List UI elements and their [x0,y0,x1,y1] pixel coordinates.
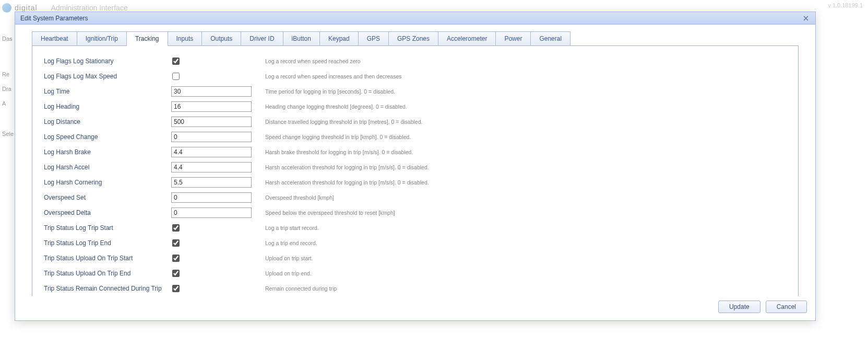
param-label: Log Harsh Brake [44,148,171,156]
param-row: Trip Status Remain Connected During Trip… [44,281,787,296]
version-label: v 1.0.18199.1 [828,2,863,8]
dialog-title: Edit System Parameters [20,15,88,22]
param-hint: Upload on trip end. [265,270,787,276]
brand-logo-icon [2,3,11,13]
param-text-input[interactable] [171,192,252,203]
tab-heartbeat[interactable]: Heartbeat [32,31,77,46]
param-hint: Speed below the overspeed threshold to r… [265,210,787,216]
param-label: Trip Status Upload On Trip End [44,270,171,277]
param-hint: Speed change logging threshold in trip [… [265,134,787,140]
param-label: Log Harsh Accel [44,164,171,171]
param-input-wrap [171,285,265,292]
param-checkbox[interactable] [172,224,180,232]
param-hint: Log a record when speed increases and th… [265,73,787,79]
param-text-input[interactable] [171,101,252,112]
tab-gps[interactable]: GPS [359,31,389,46]
param-row: Log Harsh CorneringHarsh acceleration th… [44,175,787,190]
param-text-input[interactable] [171,132,252,142]
tab-tracking[interactable]: Tracking [127,31,168,46]
tab-general[interactable]: General [531,31,570,46]
param-row: Log TimeTime period for logging in trip … [44,84,787,99]
param-row: Log Flags Log StationaryLog a record whe… [44,53,787,68]
bg-sidebar-item: A [0,96,15,111]
page-subtitle: Administration Interface [51,4,128,12]
param-label: Overspeed Set [44,194,171,201]
param-label: Overspeed Delta [44,209,171,216]
param-row: Trip Status Log Trip EndLog a trip end r… [44,235,787,250]
tracking-panel: Log Flags Log StationaryLog a record whe… [32,45,799,296]
param-checkbox[interactable] [172,270,180,277]
param-input-wrap [171,239,265,247]
param-hint: Time period for logging in trip [seconds… [265,88,787,95]
param-text-input[interactable] [171,162,252,172]
dialog-titlebar: Edit System Parameters [15,12,815,25]
param-text-input[interactable] [171,117,252,127]
bg-sidebar-item: Re [0,67,15,82]
param-text-input[interactable] [171,147,252,157]
tab-accelerometer[interactable]: Accelerometer [438,31,496,46]
edit-system-parameters-dialog: Edit System Parameters Heartbeat Ignitio… [15,11,816,321]
param-label: Log Speed Change [44,133,171,141]
update-button[interactable]: Update [718,301,760,313]
param-label: Log Distance [44,118,171,125]
param-row: Log Flags Log Max SpeedLog a record when… [44,68,787,84]
param-text-input[interactable] [171,177,252,188]
param-label: Trip Status Remain Connected During Trip [44,285,171,292]
tab-keypad[interactable]: Keypad [320,31,359,46]
bg-sidebar: Das Re Dra A Sele [0,31,15,346]
param-text-input[interactable] [171,86,252,97]
param-input-wrap [171,132,265,142]
tab-inputs[interactable]: Inputs [168,31,203,46]
param-checkbox[interactable] [172,73,180,80]
param-row: Overspeed SetOverspeed threshold [kmph] [44,190,787,205]
param-label: Log Heading [44,103,171,110]
param-text-input[interactable] [171,207,252,218]
param-hint: Harsh brake threshold for logging in tri… [265,149,787,155]
param-label: Trip Status Log Trip End [44,239,171,247]
param-input-wrap [171,162,265,172]
param-input-wrap [171,73,265,80]
param-row: Trip Status Log Trip StartLog a trip sta… [44,220,787,235]
param-hint: Remain connected during trip [265,285,787,292]
param-label: Log Harsh Cornering [44,179,171,186]
close-icon[interactable] [802,14,810,22]
param-input-wrap [171,86,265,97]
param-input-wrap [171,270,265,277]
dialog-footer: Update Cancel [15,296,815,320]
param-input-wrap [171,57,265,65]
tab-bar: Heartbeat Ignition/Trip Tracking Inputs … [32,31,799,45]
tab-power[interactable]: Power [496,31,531,46]
tab-ibutton[interactable]: iButton [283,31,320,46]
param-input-wrap [171,147,265,157]
param-checkbox[interactable] [172,285,180,292]
cancel-button[interactable]: Cancel [766,301,807,313]
param-row: Overspeed DeltaSpeed below the overspeed… [44,205,787,220]
param-input-wrap [171,177,265,188]
param-label: Log Flags Log Max Speed [44,73,171,80]
param-input-wrap [171,224,265,232]
param-hint: Log a trip end record. [265,240,787,246]
tab-gps-zones[interactable]: GPS Zones [389,31,438,46]
param-input-wrap [171,207,265,218]
bg-sidebar-item: Dra [0,82,15,96]
bg-sidebar-item: Das [0,31,15,46]
param-checkbox[interactable] [172,239,180,247]
param-label: Log Flags Log Stationary [44,57,171,65]
bg-sidebar-item: Sele [0,126,15,141]
tab-ignition-trip[interactable]: Ignition/Trip [77,31,127,46]
tab-driver-id[interactable]: Driver ID [241,31,283,46]
param-hint: Heading change logging threshold [degree… [265,103,787,110]
param-input-wrap [171,117,265,127]
param-hint: Harsh acceleration threshold for logging… [265,179,787,186]
param-row: Log Speed ChangeSpeed change logging thr… [44,129,787,144]
param-row: Trip Status Upload On Trip EndUpload on … [44,266,787,281]
param-row: Log Harsh AccelHarsh acceleration thresh… [44,159,787,175]
param-row: Log Harsh BrakeHarsh brake threshold for… [44,144,787,159]
brand-text: digital [15,4,38,12]
param-checkbox[interactable] [172,255,180,262]
param-checkbox[interactable] [172,57,180,65]
param-hint: Overspeed threshold [kmph] [265,194,787,201]
param-input-wrap [171,255,265,262]
param-row: Log DistanceDistance travelled logging t… [44,114,787,129]
tab-outputs[interactable]: Outputs [202,31,241,46]
